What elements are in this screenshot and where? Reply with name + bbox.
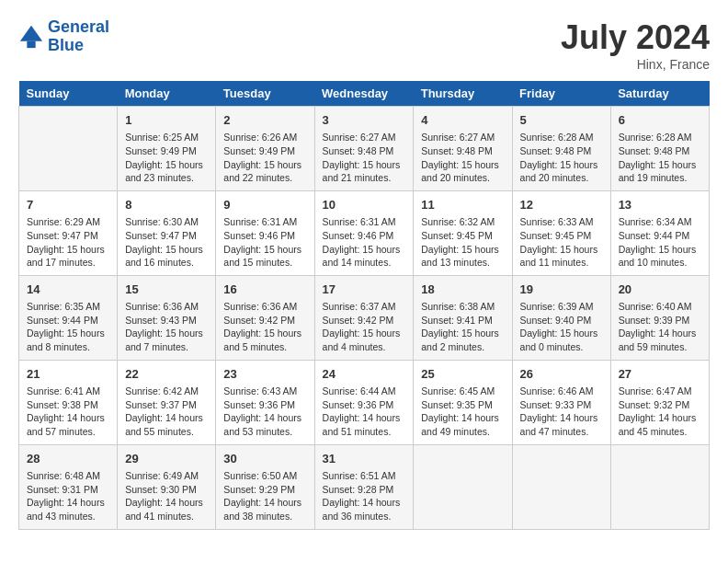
calendar-cell: 12Sunrise: 6:33 AM Sunset: 9:45 PM Dayli… — [512, 190, 610, 275]
calendar-cell: 13Sunrise: 6:34 AM Sunset: 9:44 PM Dayli… — [610, 190, 709, 275]
day-info: Sunrise: 6:31 AM Sunset: 9:46 PM Dayligh… — [323, 215, 406, 270]
day-info: Sunrise: 6:36 AM Sunset: 9:42 PM Dayligh… — [223, 300, 306, 354]
logo: General Blue — [18, 18, 109, 55]
day-info: Sunrise: 6:28 AM Sunset: 9:48 PM Dayligh… — [520, 131, 603, 185]
calendar-cell: 29Sunrise: 6:49 AM Sunset: 9:30 PM Dayli… — [118, 444, 216, 529]
calendar-cell: 21Sunrise: 6:41 AM Sunset: 9:38 PM Dayli… — [19, 360, 118, 444]
day-info: Sunrise: 6:50 AM Sunset: 9:29 PM Dayligh… — [223, 469, 306, 523]
day-number: 2 — [223, 112, 306, 129]
day-number: 1 — [125, 112, 208, 129]
day-number: 25 — [421, 366, 504, 383]
title-block: July 2024 Hinx, France — [561, 18, 710, 72]
day-number: 23 — [223, 366, 306, 383]
calendar-cell: 17Sunrise: 6:37 AM Sunset: 9:42 PM Dayli… — [314, 275, 414, 360]
calendar-cell: 3Sunrise: 6:27 AM Sunset: 9:48 PM Daylig… — [314, 107, 414, 191]
day-info: Sunrise: 6:42 AM Sunset: 9:37 PM Dayligh… — [125, 385, 208, 439]
day-info: Sunrise: 6:29 AM Sunset: 9:47 PM Dayligh… — [27, 215, 109, 270]
weekday-header: Wednesday — [314, 81, 414, 107]
calendar-cell: 19Sunrise: 6:39 AM Sunset: 9:40 PM Dayli… — [512, 275, 610, 360]
weekday-header: Saturday — [610, 81, 709, 107]
calendar-cell: 23Sunrise: 6:43 AM Sunset: 9:36 PM Dayli… — [216, 360, 314, 444]
day-number: 17 — [323, 282, 406, 298]
day-number: 16 — [223, 282, 306, 298]
day-number: 18 — [421, 282, 504, 298]
day-number: 13 — [619, 197, 701, 213]
logo-text: General Blue — [48, 18, 109, 55]
day-number: 6 — [619, 112, 701, 129]
day-number: 29 — [125, 451, 208, 467]
day-number: 12 — [520, 197, 603, 213]
calendar-cell: 24Sunrise: 6:44 AM Sunset: 9:36 PM Dayli… — [314, 360, 414, 444]
day-number: 28 — [27, 451, 109, 467]
day-info: Sunrise: 6:26 AM Sunset: 9:49 PM Dayligh… — [223, 131, 306, 185]
calendar-cell — [610, 444, 709, 529]
day-number: 15 — [125, 282, 208, 298]
calendar-cell: 7Sunrise: 6:29 AM Sunset: 9:47 PM Daylig… — [19, 190, 118, 275]
day-info: Sunrise: 6:46 AM Sunset: 9:33 PM Dayligh… — [520, 385, 603, 439]
calendar-cell — [19, 107, 118, 191]
month-title: July 2024 — [561, 18, 710, 57]
calendar-cell: 20Sunrise: 6:40 AM Sunset: 9:39 PM Dayli… — [610, 275, 709, 360]
day-info: Sunrise: 6:45 AM Sunset: 9:35 PM Dayligh… — [421, 385, 504, 439]
weekday-header: Monday — [118, 81, 216, 107]
calendar-table: SundayMondayTuesdayWednesdayThursdayFrid… — [18, 81, 710, 530]
day-info: Sunrise: 6:38 AM Sunset: 9:41 PM Dayligh… — [421, 300, 504, 354]
weekday-header-row: SundayMondayTuesdayWednesdayThursdayFrid… — [19, 81, 710, 107]
calendar-cell: 31Sunrise: 6:51 AM Sunset: 9:28 PM Dayli… — [314, 444, 414, 529]
day-info: Sunrise: 6:41 AM Sunset: 9:38 PM Dayligh… — [27, 385, 109, 439]
calendar-cell: 25Sunrise: 6:45 AM Sunset: 9:35 PM Dayli… — [414, 360, 512, 444]
svg-marker-0 — [20, 26, 42, 41]
day-info: Sunrise: 6:36 AM Sunset: 9:43 PM Dayligh… — [125, 300, 208, 354]
day-info: Sunrise: 6:43 AM Sunset: 9:36 PM Dayligh… — [223, 385, 306, 439]
calendar-cell — [414, 444, 512, 529]
day-info: Sunrise: 6:33 AM Sunset: 9:45 PM Dayligh… — [520, 215, 603, 270]
day-info: Sunrise: 6:47 AM Sunset: 9:32 PM Dayligh… — [619, 385, 701, 439]
day-number: 14 — [27, 282, 109, 298]
day-number: 10 — [323, 197, 406, 213]
day-number: 26 — [520, 366, 603, 383]
calendar-cell: 6Sunrise: 6:28 AM Sunset: 9:48 PM Daylig… — [610, 107, 709, 191]
day-info: Sunrise: 6:48 AM Sunset: 9:31 PM Dayligh… — [27, 469, 109, 523]
day-info: Sunrise: 6:35 AM Sunset: 9:44 PM Dayligh… — [27, 300, 109, 354]
calendar-cell: 9Sunrise: 6:31 AM Sunset: 9:46 PM Daylig… — [216, 190, 314, 275]
weekday-header: Thursday — [414, 81, 512, 107]
calendar-cell: 1Sunrise: 6:25 AM Sunset: 9:49 PM Daylig… — [118, 107, 216, 191]
day-number: 30 — [223, 451, 306, 467]
day-info: Sunrise: 6:30 AM Sunset: 9:47 PM Dayligh… — [125, 215, 208, 270]
calendar-week-row: 1Sunrise: 6:25 AM Sunset: 9:49 PM Daylig… — [19, 107, 710, 191]
day-number: 4 — [421, 112, 504, 129]
day-number: 24 — [323, 366, 406, 383]
day-info: Sunrise: 6:27 AM Sunset: 9:48 PM Dayligh… — [421, 131, 504, 185]
calendar-cell: 10Sunrise: 6:31 AM Sunset: 9:46 PM Dayli… — [314, 190, 414, 275]
day-info: Sunrise: 6:51 AM Sunset: 9:28 PM Dayligh… — [323, 469, 406, 523]
calendar-cell: 8Sunrise: 6:30 AM Sunset: 9:47 PM Daylig… — [118, 190, 216, 275]
calendar-cell: 5Sunrise: 6:28 AM Sunset: 9:48 PM Daylig… — [512, 107, 610, 191]
calendar-week-row: 14Sunrise: 6:35 AM Sunset: 9:44 PM Dayli… — [19, 275, 710, 360]
calendar-cell: 15Sunrise: 6:36 AM Sunset: 9:43 PM Dayli… — [118, 275, 216, 360]
calendar-cell: 28Sunrise: 6:48 AM Sunset: 9:31 PM Dayli… — [19, 444, 118, 529]
day-number: 20 — [619, 282, 701, 298]
day-number: 7 — [27, 197, 109, 213]
day-info: Sunrise: 6:28 AM Sunset: 9:48 PM Dayligh… — [619, 131, 701, 185]
calendar-week-row: 28Sunrise: 6:48 AM Sunset: 9:31 PM Dayli… — [19, 444, 710, 529]
day-number: 19 — [520, 282, 603, 298]
calendar-cell: 2Sunrise: 6:26 AM Sunset: 9:49 PM Daylig… — [216, 107, 314, 191]
day-number: 22 — [125, 366, 208, 383]
calendar-cell: 11Sunrise: 6:32 AM Sunset: 9:45 PM Dayli… — [414, 190, 512, 275]
calendar-cell: 16Sunrise: 6:36 AM Sunset: 9:42 PM Dayli… — [216, 275, 314, 360]
calendar-week-row: 7Sunrise: 6:29 AM Sunset: 9:47 PM Daylig… — [19, 190, 710, 275]
day-info: Sunrise: 6:40 AM Sunset: 9:39 PM Dayligh… — [619, 300, 701, 354]
day-info: Sunrise: 6:31 AM Sunset: 9:46 PM Dayligh… — [223, 215, 306, 270]
calendar-cell — [512, 444, 610, 529]
day-number: 31 — [323, 451, 406, 467]
location-subtitle: Hinx, France — [561, 57, 710, 72]
calendar-cell: 14Sunrise: 6:35 AM Sunset: 9:44 PM Dayli… — [19, 275, 118, 360]
calendar-week-row: 21Sunrise: 6:41 AM Sunset: 9:38 PM Dayli… — [19, 360, 710, 444]
calendar-cell: 18Sunrise: 6:38 AM Sunset: 9:41 PM Dayli… — [414, 275, 512, 360]
day-number: 11 — [421, 197, 504, 213]
day-number: 8 — [125, 197, 208, 213]
page-header: General Blue July 2024 Hinx, France — [18, 18, 710, 72]
calendar-cell: 30Sunrise: 6:50 AM Sunset: 9:29 PM Dayli… — [216, 444, 314, 529]
day-info: Sunrise: 6:34 AM Sunset: 9:44 PM Dayligh… — [619, 215, 701, 270]
weekday-header: Sunday — [19, 81, 118, 107]
